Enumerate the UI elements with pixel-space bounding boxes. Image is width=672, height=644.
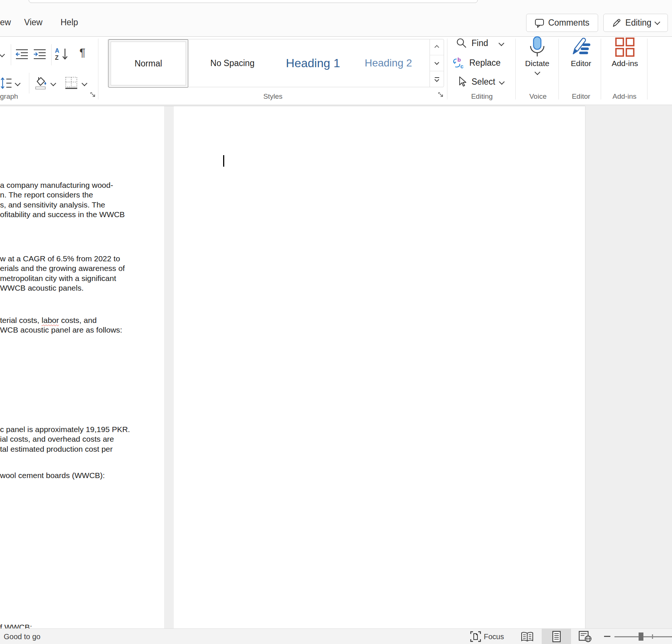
gallery-scroll-up-button[interactable]: [430, 39, 444, 55]
editor-button[interactable]: Editor: [567, 36, 595, 68]
doc-text-line: ofitability and success in the WWCB: [0, 210, 125, 219]
group-divider: [601, 39, 601, 99]
styles-gallery: Normal No Spacing Heading 1 Heading 2: [107, 39, 444, 87]
read-mode-button[interactable]: [521, 632, 534, 644]
zoom-slider-center-tick: [652, 634, 653, 639]
doc-text-line: s, and sensitivity analysis. The: [0, 200, 105, 210]
chevron-down-icon: [534, 69, 540, 75]
print-layout-button[interactable]: [552, 631, 561, 644]
gallery-scrollbar: [430, 39, 444, 87]
svg-text:A: A: [55, 48, 59, 54]
left-page[interactable]: a company manufacturing wood- n. The rep…: [0, 106, 164, 628]
focus-mode-button[interactable]: [470, 631, 481, 644]
doc-text-line: n. The report considers the: [0, 190, 93, 200]
group-label-editing: Editing: [465, 92, 499, 101]
search-icon: [456, 37, 467, 49]
gallery-scroll-down-button[interactable]: [430, 55, 444, 71]
find-button[interactable]: Find: [456, 37, 503, 49]
replace-label: Replace: [469, 58, 500, 68]
style-heading1[interactable]: Heading 1: [277, 39, 349, 87]
editing-mode-button[interactable]: Editing: [603, 14, 668, 32]
chevron-down-icon[interactable]: [82, 81, 88, 86]
chevron-down-icon[interactable]: [15, 81, 21, 86]
doc-text-line: tal estimated production cost per: [0, 444, 113, 454]
group-divider: [447, 39, 447, 99]
proofing-status[interactable]: Good to go: [4, 632, 40, 641]
group-label-addins: Add-ins: [610, 92, 639, 101]
chevron-down-icon: [499, 79, 505, 85]
line-spacing-icon[interactable]: [0, 77, 12, 89]
comments-button[interactable]: Comments: [526, 14, 598, 32]
doc-text-line: a company manufacturing wood-: [0, 180, 113, 190]
style-heading2-label: Heading 2: [365, 57, 412, 69]
doc-text-line-misspelling: terial costs, labor costs, and: [0, 316, 97, 325]
search-box-bottom[interactable]: [29, 0, 478, 3]
misspelled-word: labor: [42, 316, 59, 324]
editing-mode-label: Editing: [625, 18, 651, 28]
zoom-slider-thumb[interactable]: [639, 632, 643, 641]
replace-button[interactable]: b c Replace: [452, 57, 500, 69]
chevron-down-icon: [498, 40, 504, 46]
group-divider: [558, 39, 559, 99]
gallery-more-button[interactable]: [430, 71, 444, 87]
microphone-icon: [529, 36, 546, 58]
increase-indent-icon[interactable]: [33, 48, 46, 60]
divider: [51, 44, 52, 65]
comments-label: Comments: [548, 18, 589, 28]
style-no-spacing[interactable]: No Spacing: [188, 39, 277, 87]
divider: [11, 44, 11, 65]
ribbon: A Z ¶ Normal: [0, 37, 672, 105]
main-page[interactable]: [174, 106, 585, 628]
pencil-icon: [612, 18, 622, 28]
dictate-button[interactable]: Dictate: [523, 36, 551, 74]
chevron-down-icon: [654, 19, 660, 25]
page-gap: [164, 106, 174, 628]
style-heading2[interactable]: Heading 2: [349, 39, 427, 87]
divider: [29, 73, 29, 94]
group-divider: [98, 39, 98, 99]
word-window: ew View Help Comments Editing: [0, 0, 672, 644]
chevron-down-icon[interactable]: [0, 52, 5, 58]
paragraph-dialog-launcher-icon[interactable]: [90, 92, 96, 98]
doc-text-line: metropolitan city with a significant: [0, 274, 116, 283]
styles-dialog-launcher-icon[interactable]: [438, 92, 444, 98]
select-label: Select: [472, 77, 495, 87]
group-label-voice: Voice: [523, 92, 553, 101]
print-layout-icon: [552, 631, 561, 643]
dictate-label: Dictate: [525, 59, 549, 68]
group-label-editor: Editor: [566, 92, 596, 101]
style-normal[interactable]: Normal: [108, 39, 188, 88]
show-paragraph-marks-icon[interactable]: ¶: [79, 47, 85, 58]
web-layout-icon: [578, 631, 592, 643]
replace-icon: b c: [452, 57, 465, 69]
document-canvas: a company manufacturing wood- n. The rep…: [0, 105, 672, 628]
doc-text-line: c panel is approximately 19,195 PKR.: [0, 425, 130, 434]
menu-tab-review-partial[interactable]: ew: [0, 17, 11, 27]
decrease-indent-icon[interactable]: [16, 48, 28, 60]
menu-tab-help[interactable]: Help: [61, 17, 78, 27]
sort-icon[interactable]: A Z: [55, 47, 69, 61]
web-layout-button[interactable]: [578, 631, 592, 644]
comment-bubble-icon: [535, 18, 544, 28]
doc-text-line: ial costs, and overhead costs are: [0, 434, 114, 444]
svg-text:b: b: [457, 57, 461, 63]
borders-icon[interactable]: [65, 76, 78, 89]
menu-tab-view[interactable]: View: [24, 17, 42, 27]
select-button[interactable]: Select: [457, 76, 504, 87]
shading-bucket-icon[interactable]: [33, 76, 48, 90]
chevron-down-icon[interactable]: [50, 81, 56, 86]
style-no-spacing-label: No Spacing: [211, 58, 255, 68]
doc-text-line: WCB acoustic panel are as follows:: [0, 325, 122, 335]
group-label-styles: Styles: [260, 92, 286, 101]
group-label-paragraph-partial: graph: [0, 92, 18, 101]
addins-button[interactable]: Add-ins: [612, 37, 638, 68]
focus-label[interactable]: Focus: [484, 632, 504, 641]
doc-text-line: erials and the growing awareness of: [0, 264, 125, 273]
status-bar: Good to go Focus: [0, 628, 672, 644]
read-mode-icon: [521, 632, 534, 642]
addins-label: Add-ins: [611, 59, 638, 68]
group-divider: [515, 39, 516, 99]
svg-text:c: c: [460, 63, 463, 69]
zoom-out-button[interactable]: [604, 636, 610, 637]
style-normal-label: Normal: [134, 59, 162, 69]
